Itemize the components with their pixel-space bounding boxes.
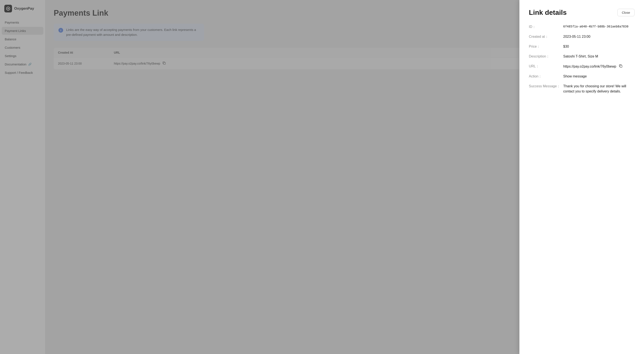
panel-header: Link details Close [529,8,634,16]
detail-row-id: ID 6f485f1a-a640-4b7f-b88b-361aeb8a7830 [529,24,634,29]
detail-label-success-message: Success Message [529,84,563,89]
detail-label-id: ID [529,24,563,29]
panel-title: Link details [529,8,567,16]
detail-value-success-message: Thank you for choosing our store! We wil… [563,84,634,94]
detail-row-price: Price $30 [529,44,634,49]
svg-rect-3 [620,65,622,67]
detail-value-price: $30 [563,44,569,49]
detail-row-url: URL https://pay.o2pay.co/link/76y0bewp [529,64,634,69]
detail-label-description: Description [529,54,563,59]
detail-value-action: Show message [563,74,587,79]
detail-label-created-at: Created at [529,34,563,39]
detail-label-action: Action [529,74,563,79]
detail-value-url: https://pay.o2pay.co/link/76y0bewp [563,64,616,69]
detail-value-description: Satoshi T-Shirt, Size M [563,54,598,59]
detail-row-description: Description Satoshi T-Shirt, Size M [529,54,634,59]
detail-row-created-at: Created at 2023-05-11 23:00 [529,34,634,39]
url-value-container: https://pay.o2pay.co/link/76y0bewp [563,64,624,69]
link-details-panel: Link details Close ID 6f485f1a-a640-4b7f… [520,0,644,354]
detail-value-id: 6f485f1a-a640-4b7f-b88b-361aeb8a7830 [563,24,628,29]
panel-copy-url-button[interactable] [618,64,624,69]
detail-row-success-message: Success Message Thank you for choosing o… [529,84,634,94]
detail-value-created-at: 2023-05-11 23:00 [563,34,590,39]
close-button[interactable]: Close [617,9,634,16]
detail-label-price: Price [529,44,563,49]
detail-row-action: Action Show message [529,74,634,79]
detail-label-url: URL [529,64,563,69]
